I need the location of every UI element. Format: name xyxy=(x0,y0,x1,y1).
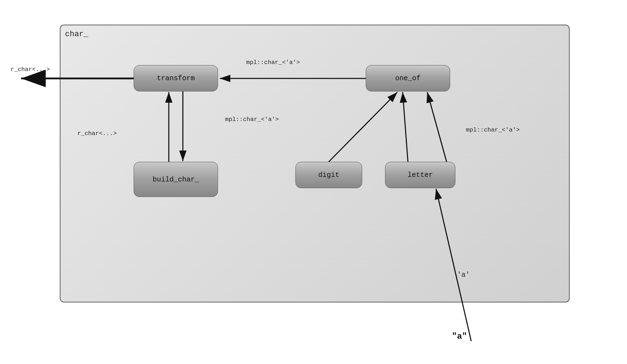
r-char-out-label: r_char<...> xyxy=(11,66,50,73)
input-bold-label: "a" xyxy=(452,332,467,341)
node-build-char: build_char_ xyxy=(134,162,218,197)
mpl-char-right-label: mpl::char_<'a'> xyxy=(466,127,520,133)
a-label: 'a' xyxy=(457,271,470,279)
r-char-inner-label: r_char<...> xyxy=(77,130,117,137)
mpl-char-top-label: mpl::char_<'a'> xyxy=(246,59,300,66)
diagram-container: char_ transform one_of build_char_ digit… xyxy=(11,11,615,348)
mpl-char-mid-label: mpl::char_<'a'> xyxy=(225,116,279,123)
node-letter: letter xyxy=(385,162,455,188)
node-transform: transform xyxy=(134,65,218,91)
node-one-of: one_of xyxy=(366,65,450,91)
char-label: char_ xyxy=(65,30,88,39)
node-digit: digit xyxy=(295,162,362,188)
